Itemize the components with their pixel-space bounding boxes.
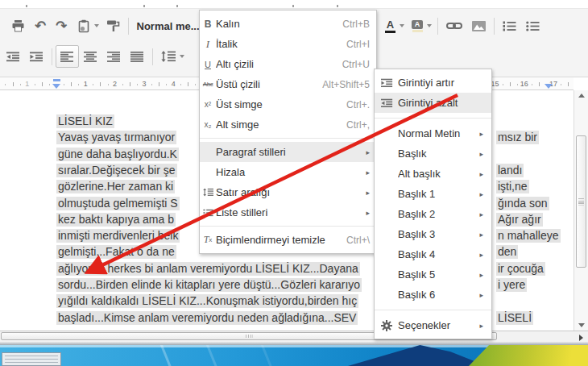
text-line[interactable]: Yavaş yavaş tırmanıyor: [56, 131, 176, 144]
toolbar-separator: [52, 48, 52, 65]
link-icon: [446, 20, 462, 31]
text-line[interactable]: başladı...Kimse anlam veremiyordu neden …: [56, 311, 358, 325]
menu-item-normal-text[interactable]: Normal Metin: [375, 123, 491, 143]
menu-item-strikethrough[interactable]: Abc Üstü çizili Alt+Shift+5: [200, 74, 376, 94]
menu-item-heading-6[interactable]: Başlık 6: [375, 285, 491, 305]
menu-item-underline[interactable]: U Altı çizili Ctrl+U: [200, 54, 376, 74]
text-line-fragment[interactable]: n mahalleye: [496, 229, 561, 243]
text-line-fragment[interactable]: ğında son: [496, 197, 549, 210]
menu-item-clear-formatting[interactable]: Tx Biçimlendirmeyi temizle Ctrl+\: [200, 230, 376, 250]
menu-item-heading-4[interactable]: Başlık 4: [375, 244, 491, 264]
text-color-button[interactable]: A: [380, 15, 397, 36]
desktop-mini-window[interactable]: [2, 352, 61, 366]
left-indent-marker[interactable]: [52, 84, 60, 89]
wallpaper-streak: [204, 345, 222, 366]
ruler-tick: [568, 82, 569, 86]
highlight-color-caret[interactable]: [427, 24, 432, 27]
wallpaper-streak: [158, 345, 176, 366]
menu-separator: [375, 118, 491, 119]
submenu-arrow-icon: [479, 231, 483, 239]
horizontal-scrollbar[interactable]: [0, 331, 588, 342]
menu-item-heading-1[interactable]: Başlık 1: [375, 184, 491, 204]
align-right-button[interactable]: [102, 46, 126, 67]
paint-format-button[interactable]: [101, 15, 125, 36]
decrease-indent-button[interactable]: [2, 46, 25, 67]
ruler-tick: [20, 84, 21, 85]
align-center-button[interactable]: [79, 46, 102, 67]
text-line[interactable]: güne daha başlıyordu.K: [56, 148, 179, 161]
menu-item-bold[interactable]: B Kalın Ctrl+B: [200, 14, 376, 34]
text-line-fragment[interactable]: işti,ne: [496, 180, 529, 193]
menu-item-line-spacing[interactable]: Satır aralığı: [200, 182, 376, 202]
line-spacing-button[interactable]: [156, 46, 177, 67]
insert-link-button[interactable]: [441, 15, 467, 36]
menu-item-subtitle[interactable]: Alt başlık: [375, 164, 491, 184]
text-line[interactable]: kez baktı kapıya ama b: [56, 213, 176, 227]
text-line[interactable]: yığıldı kaldıkaldı LİSELİ KIZ...Konuşmak…: [56, 294, 358, 308]
menu-item-decrease-indent[interactable]: Girintiyi azalt: [375, 93, 491, 113]
undo-button[interactable]: ↶: [30, 15, 51, 36]
insert-image-button[interactable]: [467, 15, 491, 36]
wallpaper-grass: [469, 345, 588, 366]
gear-icon: [381, 320, 392, 331]
menu-item-options[interactable]: Seçenekler: [375, 315, 491, 335]
submenu-arrow-icon: [479, 210, 483, 218]
menu-item-superscript[interactable]: x² Üst simge Ctrl+.: [200, 94, 376, 114]
text-line[interactable]: sordu...Birden elinde ki kitapları yere …: [56, 278, 362, 292]
align-center-icon: [84, 52, 97, 62]
bold-icon: B: [202, 19, 213, 30]
text-line[interactable]: sıralar.Değişecek bir şe: [56, 164, 177, 177]
menu-item-align[interactable]: Hizala: [200, 162, 376, 182]
highlight-color-button[interactable]: A: [407, 15, 424, 36]
menu-item-subscript[interactable]: x₂ Alt simge Ctrl+,: [200, 114, 376, 135]
text-line-fragment[interactable]: LİSELİ: [496, 311, 533, 325]
right-indent-marker[interactable]: [545, 84, 553, 89]
text-line[interactable]: LİSELİ KIZ: [56, 114, 114, 128]
menubar-text-remnant: [26, 5, 27, 7]
web-clipboard-caret[interactable]: [94, 24, 99, 27]
bulleted-list-button[interactable]: [521, 15, 545, 36]
justify-button[interactable]: [126, 46, 149, 67]
increase-indent-button[interactable]: [25, 46, 48, 67]
text-line-fragment[interactable]: Ağır ağır: [496, 213, 543, 227]
menu-item-list-styles[interactable]: Liste stilleri: [200, 202, 376, 223]
text-line[interactable]: inmişti merdivenleri belk: [56, 229, 180, 243]
ruler-number: 3: [142, 80, 146, 88]
text-line[interactable]: ağlıyordu herkes bi anlam veremiyordu Lİ…: [56, 262, 360, 276]
text-line[interactable]: olmuştuda gelmemişti S: [56, 197, 180, 210]
text-line[interactable]: gelmişti...Fakat o da ne: [56, 245, 176, 259]
text-line-fragment[interactable]: i yere: [496, 278, 527, 292]
print-button[interactable]: [6, 15, 30, 36]
ruler-number: 2: [113, 80, 117, 88]
web-clipboard-button[interactable]: [72, 15, 92, 36]
text-line[interactable]: gözlerine.Her zaman ki: [56, 180, 175, 193]
paragraph-style-selector[interactable]: Normal me...: [132, 20, 205, 32]
vertical-scrollbar[interactable]: [574, 90, 588, 331]
scroll-right-arrow-icon[interactable]: [579, 335, 583, 341]
menu-item-heading-3[interactable]: Başlık 3: [375, 224, 491, 244]
vertical-scrollbar-thumb[interactable]: [576, 135, 586, 268]
submenu-arrow-icon: [366, 148, 370, 156]
redo-button[interactable]: ↷: [51, 15, 72, 36]
submenu-arrow-icon: [479, 251, 483, 259]
menu-item-paragraph-styles[interactable]: Paragraf stilleri: [200, 142, 376, 162]
text-line-fragment[interactable]: ir çocuğa: [496, 262, 545, 276]
menubar-text-remnant: [337, 5, 338, 7]
first-line-indent-marker[interactable]: [53, 79, 60, 81]
menu-item-title[interactable]: Başlık: [375, 143, 491, 164]
scrollbar-grip: [246, 335, 253, 338]
scroll-down-arrow-icon[interactable]: [578, 323, 585, 327]
menu-item-italic[interactable]: I İtalik Ctrl+I: [200, 34, 376, 54]
text-color-caret[interactable]: [400, 24, 404, 27]
align-left-button[interactable]: [56, 45, 79, 68]
text-line-fragment[interactable]: msız bir: [496, 131, 539, 144]
ruler-tick: [71, 82, 72, 86]
menu-item-increase-indent[interactable]: Girintiyi artır: [375, 73, 491, 93]
text-line-fragment[interactable]: landı: [496, 164, 524, 177]
text-line-fragment[interactable]: den: [496, 245, 518, 259]
menu-item-heading-2[interactable]: Başlık 2: [375, 204, 491, 224]
line-spacing-caret[interactable]: [180, 55, 184, 58]
numbered-list-button[interactable]: [498, 15, 521, 36]
scroll-up-arrow-icon[interactable]: [578, 94, 585, 98]
menu-item-heading-5[interactable]: Başlık 5: [375, 264, 491, 285]
